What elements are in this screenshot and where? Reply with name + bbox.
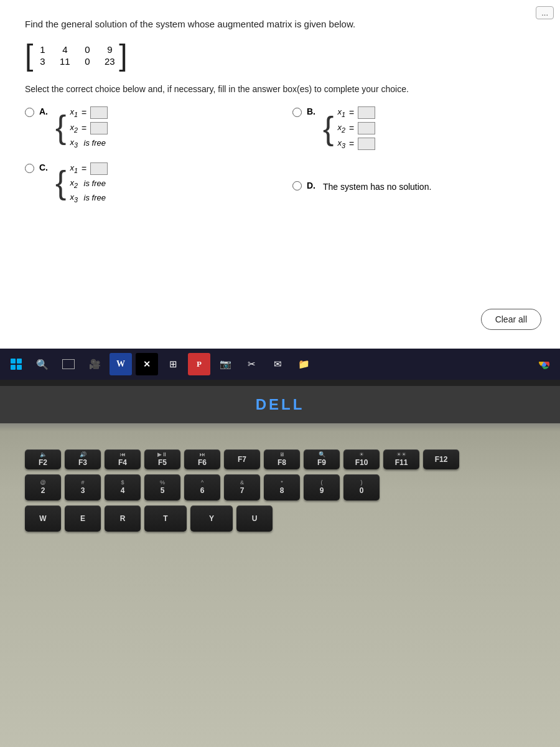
matrix-cell: 0 — [82, 44, 93, 55]
key-f10[interactable]: ☀ F10 — [343, 449, 380, 469]
windows-start-button[interactable] — [5, 353, 27, 375]
instruction-text: Select the correct choice below and, if … — [25, 84, 535, 94]
choice-a: A. { x1 = x2 = — [25, 106, 268, 150]
matrix-row: 1 4 0 9 — [37, 44, 115, 55]
screen-border-bottom — [0, 380, 560, 386]
answer-box-a2[interactable] — [90, 122, 108, 134]
system-row: x3 is free — [70, 192, 108, 204]
video-icon: 📷 — [220, 359, 231, 370]
hinge-bar — [0, 423, 560, 431]
key-3hash[interactable]: # 3 — [65, 474, 101, 500]
key-w[interactable]: W — [25, 505, 61, 532]
system-a: x1 = x2 = x3 is free — [70, 106, 108, 149]
clear-all-button[interactable]: Clear all — [481, 309, 541, 330]
key-0rparen[interactable]: ) 0 — [343, 474, 380, 500]
key-f2[interactable]: 🔈 F2 — [25, 449, 61, 469]
key-f4[interactable]: ⏮ F4 — [105, 449, 141, 469]
x-icon: ✕ — [143, 359, 151, 370]
taskbar: 🔍 🎥 W ✕ ⊞ P 📷 ✂ — [0, 349, 560, 380]
key-t[interactable]: T — [144, 505, 187, 532]
var-b-x3: x3 — [337, 138, 345, 149]
key-f6[interactable]: ⏭ F6 — [184, 449, 220, 469]
key-5percent[interactable]: % 5 — [144, 474, 180, 500]
folder-button[interactable]: 📁 — [292, 353, 315, 375]
fn-row: 🔈 F2 🔊 F3 ⏮ F4 ▶⏸ F5 ⏭ F6 F7 — [25, 449, 535, 469]
mail-icon: ✉ — [274, 359, 282, 370]
key-7amp[interactable]: & 7 — [224, 474, 260, 500]
choice-c: C. { x1 = x2 is free — [25, 162, 268, 203]
key-y[interactable]: Y — [190, 505, 233, 532]
system-row: x1 = — [70, 106, 108, 119]
answer-box-c1[interactable] — [90, 162, 108, 175]
key-f11[interactable]: ☀☀ F11 — [383, 449, 419, 469]
desktop-button[interactable] — [57, 353, 80, 375]
content-area: Find the general solution of the system … — [0, 0, 560, 349]
key-f9[interactable]: 🔍 F9 — [304, 449, 340, 469]
var-c-x1: x1 — [70, 163, 78, 174]
ellipsis-button[interactable]: ... — [536, 6, 554, 19]
screen: Find the general solution of the system … — [0, 0, 560, 386]
key-r[interactable]: R — [105, 505, 141, 532]
system-row: x2 = — [70, 122, 108, 134]
x-app-button[interactable]: ✕ — [136, 353, 158, 375]
matrix-cell: 0 — [82, 56, 93, 67]
radio-b[interactable] — [292, 108, 302, 117]
key-f12[interactable]: F12 — [423, 449, 459, 469]
key-9lparen[interactable]: ( 9 — [304, 474, 340, 500]
keyboard-area: 🔈 F2 🔊 F3 ⏮ F4 ▶⏸ F5 ⏭ F6 F7 — [25, 449, 535, 532]
matrix-bracket-left: [ — [25, 40, 33, 70]
free-label-c3: is free — [82, 193, 106, 202]
choice-b-content: { x1 = x2 = x3 — [323, 106, 375, 150]
no-solution-text: The system has no solution. — [323, 182, 431, 192]
grid-app-button[interactable]: ⊞ — [162, 353, 184, 375]
folder-icon: 📁 — [298, 359, 310, 370]
key-f5[interactable]: ▶⏸ F5 — [144, 449, 180, 469]
answer-box-a1[interactable] — [90, 106, 108, 119]
chrome-button[interactable] — [533, 353, 555, 375]
var-c-x2: x2 — [70, 178, 78, 189]
answer-box-b3[interactable] — [358, 138, 375, 150]
dell-logo: DELL — [256, 396, 305, 413]
p-app-button[interactable]: P — [188, 353, 210, 375]
windows-icon — [11, 359, 22, 370]
free-label-a3: is free — [82, 138, 106, 148]
mail-button[interactable]: ✉ — [266, 353, 289, 375]
key-8star[interactable]: * 8 — [264, 474, 300, 500]
laptop-body: 🔈 F2 🔊 F3 ⏮ F4 ▶⏸ F5 ⏭ F6 F7 — [0, 423, 560, 747]
answer-box-b1[interactable] — [358, 106, 375, 119]
key-f3[interactable]: 🔊 F3 — [65, 449, 101, 469]
camera-button[interactable]: 🎥 — [83, 353, 106, 375]
search-button[interactable]: 🔍 — [31, 353, 54, 375]
eq-sign: = — [349, 139, 354, 149]
number-row: @ 2 # 3 $ 4 % 5 ^ 6 & 7 — [25, 474, 535, 500]
scissors-button[interactable]: ✂ — [240, 353, 263, 375]
system-c: x1 = x2 is free x3 is free — [70, 162, 108, 203]
key-f8[interactable]: 🖥 F8 — [264, 449, 300, 469]
radio-a[interactable] — [25, 108, 34, 117]
system-b: x1 = x2 = x3 = — [337, 106, 375, 150]
video-button[interactable]: 📷 — [214, 353, 236, 375]
eq-sign: = — [82, 164, 86, 174]
brace-c: { — [55, 168, 66, 197]
radio-d[interactable] — [292, 181, 302, 190]
qwerty-row: W E R T Y U — [25, 505, 535, 532]
key-4dollar[interactable]: $ 4 — [105, 474, 141, 500]
choices-grid: A. { x1 = x2 = — [25, 106, 535, 203]
key-u[interactable]: U — [236, 505, 273, 532]
answer-box-b2[interactable] — [358, 122, 375, 134]
key-f7[interactable]: F7 — [224, 449, 260, 469]
key-6caret[interactable]: ^ 6 — [184, 474, 220, 500]
free-label-c2: is free — [82, 179, 106, 188]
eq-sign: = — [349, 123, 354, 133]
system-row: x3 = — [337, 138, 375, 150]
matrix-cell: 1 — [37, 44, 48, 55]
word-button[interactable]: W — [110, 353, 132, 375]
key-2at[interactable]: @ 2 — [25, 474, 61, 500]
matrix-cell: 11 — [59, 56, 70, 67]
choice-d: D. The system has no solution. — [292, 167, 535, 203]
key-e[interactable]: E — [65, 505, 101, 532]
var-b-x1: x1 — [337, 107, 345, 118]
matrix-cell: 9 — [104, 44, 115, 55]
matrix-cell: 3 — [37, 56, 48, 67]
radio-c[interactable] — [25, 164, 34, 173]
